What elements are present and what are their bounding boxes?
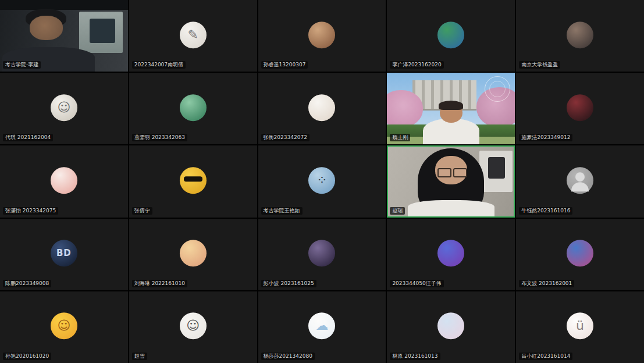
night-tower-red-avatar <box>567 94 593 121</box>
dark-blue-graffiti-avatar: BD <box>51 240 77 266</box>
participant-name: 孙睿遥13200307 <box>261 61 308 69</box>
participant-grid: 考古学院-李建 ✎ 2022342007南明倩 孙睿遥13200307 李广泽2… <box>0 0 644 363</box>
participant-name: 林原 2023161013 <box>390 353 440 360</box>
participant-name: 张潇怡 2023342075 <box>3 207 58 215</box>
participant-name: 2023344050汪子伟 <box>390 280 443 287</box>
default-silhouette-avatar <box>567 167 593 194</box>
participant-name: 2022342007南明倩 <box>132 61 186 69</box>
participant-tile[interactable]: 布文波 2023162001 <box>516 219 644 290</box>
meeting-window: 考古学院-李建 ✎ 2022342007南明倩 孙睿遥13200307 李广泽2… <box>0 0 644 363</box>
participant-tile[interactable]: 张潇怡 2023342075 <box>0 145 128 217</box>
participant-name: 布文波 2023162001 <box>519 280 574 287</box>
emoji-sunglasses-avatar <box>180 167 207 194</box>
participant-name: 燕雯羽 2023342063 <box>132 134 187 141</box>
blonde-cartoon-girl-avatar <box>180 240 207 266</box>
video-feed <box>387 145 515 217</box>
participant-name: 陈鹏2023349008 <box>3 280 51 287</box>
classroom-ceiling <box>0 0 128 10</box>
participant-name: 吕小红2023161014 <box>519 353 572 360</box>
colorful-game-art-avatar <box>567 240 593 266</box>
screen-logo <box>90 19 115 43</box>
pink-seal-cartoon-avatar <box>51 167 77 194</box>
participant-tile[interactable]: 牛钰然2023161016 <box>516 145 644 217</box>
person-hair <box>439 101 463 110</box>
participant-tile[interactable]: 林原 2023161013 <box>387 291 515 363</box>
participant-tile[interactable]: ⁘ 考古学院王艳如 <box>258 145 386 217</box>
green-duck-cartoon-avatar <box>180 94 207 121</box>
glasses-left-lens <box>437 168 451 177</box>
board-logo <box>488 157 505 179</box>
participant-tile[interactable]: ☺ 赵雪 <box>129 291 257 363</box>
participant-tile[interactable]: 李广泽2023162020 <box>387 0 515 72</box>
participant-name: 刘海琳 2022161010 <box>132 280 187 287</box>
participant-tile[interactable]: ✎ 2022342007南明倩 <box>129 0 257 72</box>
participant-name: 施豪法2023349012 <box>519 134 572 141</box>
participant-tile[interactable]: 2023344050汪子伟 <box>387 219 515 290</box>
participant-name: 孙旭2020161020 <box>3 353 51 360</box>
cartoon-boy-sketch-avatar: ☺ <box>51 94 77 121</box>
participant-tile[interactable]: 考古学院-李建 <box>0 0 128 72</box>
person-body <box>408 200 494 218</box>
participant-tile[interactable]: 魏士刚 <box>387 73 515 144</box>
participant-tile[interactable]: 南京大学钱盈盈 <box>516 0 644 72</box>
photo-warm-avatar <box>308 22 335 48</box>
participant-tile[interactable]: 赵瑞 <box>387 145 515 217</box>
participant-name: 杨莎莎2021342080 <box>261 353 315 360</box>
participant-tile[interactable]: 张衡2023342072 <box>258 73 386 144</box>
participant-tile[interactable]: ü 吕小红2023161014 <box>516 291 644 363</box>
cloud-sketch-avatar: ☁ <box>308 313 335 340</box>
white-cat-cartoon-avatar: ü <box>567 313 593 340</box>
participant-name: 牛钰然2023161016 <box>519 207 572 215</box>
participant-tile[interactable]: 燕雯羽 2023342063 <box>129 73 257 144</box>
participant-tile[interactable]: 彭小波 2023161025 <box>258 219 386 290</box>
earth-blue-green-avatar <box>437 22 464 48</box>
participant-tile[interactable]: 孙睿遥13200307 <box>258 0 386 72</box>
participant-name: 南京大学钱盈盈 <box>519 61 560 69</box>
sketch-portrait-avatar: ✎ <box>180 22 207 48</box>
participant-tile[interactable]: ☺ 代琪 2021162004 <box>0 73 128 144</box>
pastel-sphere-avatar <box>437 313 464 340</box>
galaxy-anime-avatar <box>437 240 464 266</box>
participant-name: 彭小波 2023161025 <box>261 280 316 287</box>
line-art-smiley-girl-avatar: ☺ <box>180 313 207 340</box>
participant-name: 李广泽2023162020 <box>390 61 443 69</box>
emoji-blush-peach-avatar: ☺ <box>51 313 77 340</box>
participant-tile[interactable]: 张倩宁 <box>129 145 257 217</box>
boy-line-art-avatar <box>308 94 335 121</box>
portrait-dark-avatar <box>567 22 593 48</box>
participant-name: 赵雪 <box>132 353 147 360</box>
glasses-right-lens <box>453 168 467 177</box>
participant-name: 代琪 2021162004 <box>3 134 53 141</box>
participant-tile[interactable]: ☺ 孙旭2020161020 <box>0 291 128 363</box>
participant-tile[interactable]: BD 陈鹏2023349008 <box>0 219 128 290</box>
participant-tile[interactable]: ☁ 杨莎莎2021342080 <box>258 291 386 363</box>
participant-name: 赵瑞 <box>390 207 405 215</box>
participant-name: 张倩宁 <box>132 207 152 215</box>
participant-name: 张衡2023342072 <box>261 134 309 141</box>
sky-bird-flock-avatar: ⁘ <box>308 167 335 194</box>
participant-tile[interactable]: 刘海琳 2022161010 <box>129 219 257 290</box>
participant-name: 考古学院王艳如 <box>261 207 303 215</box>
participant-tile[interactable]: 施豪法2023349012 <box>516 73 644 144</box>
participant-name: 魏士刚 <box>390 134 410 141</box>
participant-name: 考古学院-李建 <box>3 61 41 69</box>
person-face <box>30 16 63 40</box>
dusk-silhouette-avatar <box>308 240 335 266</box>
